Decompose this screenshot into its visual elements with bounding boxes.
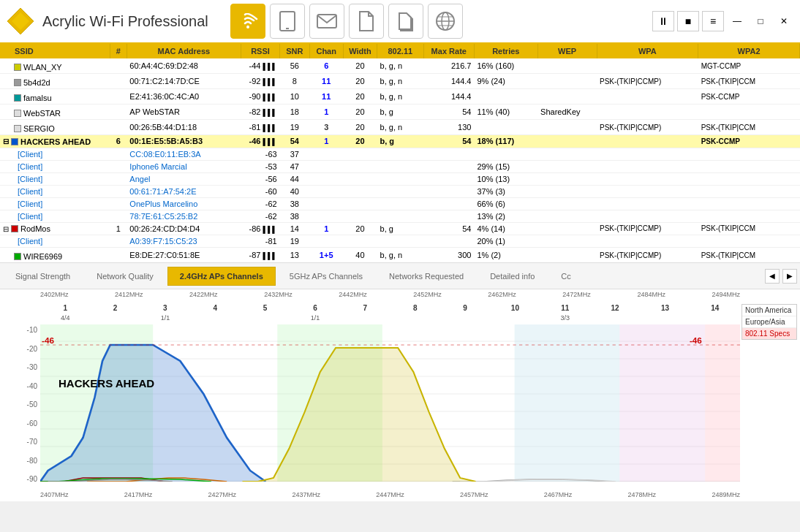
controls: ⏸ ■ ≡ [652, 11, 724, 31]
globe-btn[interactable] [428, 4, 463, 39]
tab-2.4ghz-aps-channels[interactable]: 2.4GHz APs Channels [167, 267, 276, 286]
net-wpa: PSK-(TKIP|CCMP) [597, 120, 698, 135]
tab-prev-btn[interactable]: ◀ [765, 269, 780, 284]
client-dot11 [377, 148, 424, 160]
net-mac: E2:41:36:0C:4C:A0 [127, 89, 241, 104]
net-wpa2 [698, 104, 800, 120]
col-width: Width [343, 44, 377, 58]
tab-networks-requested[interactable]: Networks Requested [377, 267, 476, 286]
tab-cc[interactable]: Cc [548, 267, 583, 286]
client-rssi: -53 [241, 160, 279, 172]
table-row[interactable]: WLAN_XY 60:A4:4C:69:D2:48 -44 ▌▌▌ 56 6 2… [0, 58, 800, 74]
tablet-btn[interactable] [270, 4, 305, 39]
top-mhz-label: 2432MHz [264, 291, 293, 298]
net-wep [537, 89, 597, 104]
table-row[interactable]: [Client]00:61:71:A7:54:2E-604037% (3) [0, 185, 800, 197]
top-mhz-row: 2402MHz2412MHz2422MHz2432MHz2442MHz2452M… [40, 291, 740, 298]
copy-btn[interactable] [388, 4, 423, 39]
client-num [110, 160, 127, 172]
net-wep [537, 58, 597, 74]
net-wpa2: PSK-CCMP [698, 89, 800, 104]
client-snr: 47 [280, 160, 309, 172]
minimize-btn[interactable]: — [727, 14, 747, 28]
client-num [110, 235, 127, 248]
net-chan: 11 [309, 74, 343, 89]
table-row[interactable]: [Client]Iphone6 Marcial-534729% (15) [0, 160, 800, 172]
client-mac: Angel [127, 172, 241, 185]
net-maxrate: 144.4 [423, 74, 474, 89]
app-logo [6, 7, 35, 36]
tab-detailed-info[interactable]: Detailed info [478, 267, 547, 286]
net-retries: 9% (24) [474, 74, 537, 89]
doc-btn[interactable] [349, 4, 384, 39]
client-width [343, 160, 377, 172]
y-axis-label: -50 [0, 400, 37, 408]
menu-btn[interactable]: ≡ [702, 11, 724, 31]
client-mac: Iphone6 Marcial [127, 160, 241, 172]
top-mhz-label: 2472MHz [562, 291, 591, 298]
net-mac: 00:26:24:CD:D4:D4 [127, 222, 241, 235]
top-mhz-label: 2494MHz [712, 291, 740, 298]
client-mac: CC:08:E0:11:EB:3A [127, 148, 241, 160]
net-retries: 4% (14) [474, 222, 537, 235]
legend-box: North America Europe/Asia 802.11 Specs [741, 304, 797, 340]
chart-area: 2402MHz2412MHz2422MHz2432MHz2442MHz2452M… [0, 289, 800, 501]
tab-next-btn[interactable]: ▶ [782, 269, 797, 284]
table-row[interactable]: [Client]A0:39:F7:15:C5:23-811920% (1) [0, 235, 800, 248]
channel-count: 3/3 [540, 314, 590, 324]
top-mhz-label: 2422MHz [189, 291, 218, 298]
maximize-btn[interactable]: □ [750, 14, 771, 28]
net-wpa [597, 58, 698, 74]
table-row[interactable]: [Client]78:7E:61:C5:25:B2-623813% (2) [0, 210, 800, 222]
channel-num: 10 [490, 304, 540, 314]
table-row[interactable]: WIRE6969 E8:DE:27:C0:51:8E -87 ▌▌▌ 13 1+… [0, 248, 800, 263]
pause-btn[interactable]: ⏸ [652, 11, 674, 31]
net-dot11: b, g, n [377, 248, 424, 263]
table-row[interactable]: ⊟ HACKERS AHEAD 6 00:1E:E5:5B:A5:B3 -46 … [0, 135, 800, 148]
table-row[interactable]: WebSTAR AP WebSTAR -82 ▌▌▌ 18 1 20 b, g … [0, 104, 800, 120]
net-wep: SharedKey [537, 104, 597, 120]
net-chan: 1 [309, 222, 343, 235]
net-width: 20 [343, 135, 377, 148]
client-width [343, 172, 377, 185]
bottom-mhz-label: 2447MHz [376, 491, 404, 498]
tab-signal-strength[interactable]: Signal Strength [3, 267, 83, 286]
bottom-mhz-label: 2457MHz [460, 491, 488, 498]
client-wpa [597, 172, 698, 185]
table-row[interactable]: famalsu E2:41:36:0C:4C:A0 -90 ▌▌▌ 10 11 … [0, 89, 800, 104]
col-dot11: 802.11 [377, 44, 424, 58]
client-rssi: -60 [241, 185, 279, 197]
client-maxrate [423, 185, 474, 197]
net-dot11: b, g, n [377, 120, 424, 135]
col-wpa2: WPA2 [698, 44, 800, 58]
client-retries: 29% (15) [474, 160, 537, 172]
tab-5ghz-aps-channels[interactable]: 5GHz APs Channels [277, 267, 375, 286]
table-row[interactable]: SERGIO 00:26:5B:44:D1:18 -81 ▌▌▌ 19 3 20… [0, 120, 800, 135]
client-width [343, 235, 377, 248]
table-row[interactable]: 5b4d2d 00:71:C2:14:7D:CE -92 ▌▌▌ 8 11 20… [0, 74, 800, 89]
table-row[interactable]: [Client]CC:08:E0:11:EB:3A-6337 [0, 148, 800, 160]
net-width: 20 [343, 104, 377, 120]
y-axis-label: -60 [0, 419, 37, 428]
table-row[interactable]: [Client]Angel-564410% (13) [0, 172, 800, 185]
net-width: 40 [343, 248, 377, 263]
wifi-btn[interactable] [230, 4, 265, 39]
table-row[interactable]: [Client]OnePlus Marcelino-623866% (6) [0, 197, 800, 210]
channel-num: 13 [640, 304, 690, 314]
legend-europe[interactable]: Europe/Asia [742, 316, 796, 328]
channel-num: 4 [190, 304, 240, 314]
legend-802[interactable]: 802.11 Specs [742, 328, 796, 339]
tab-network-quality[interactable]: Network Quality [84, 267, 166, 286]
net-snr: 18 [280, 104, 309, 120]
stop-btn[interactable]: ■ [677, 11, 699, 31]
close-btn[interactable]: ✕ [774, 14, 794, 28]
legend-north[interactable]: North America [742, 305, 796, 316]
channel-num: 7 [340, 304, 390, 314]
client-mac: OnePlus Marcelino [127, 197, 241, 210]
client-num [110, 197, 127, 210]
table-row[interactable]: ⊟ RodMos 1 00:26:24:CD:D4:D4 -86 ▌▌▌ 14 … [0, 222, 800, 235]
envelope-btn[interactable] [309, 4, 344, 39]
client-rssi: -63 [241, 148, 279, 160]
client-chan [309, 197, 343, 210]
titlebar-left: Acrylic Wi-Fi Professional [6, 4, 463, 39]
